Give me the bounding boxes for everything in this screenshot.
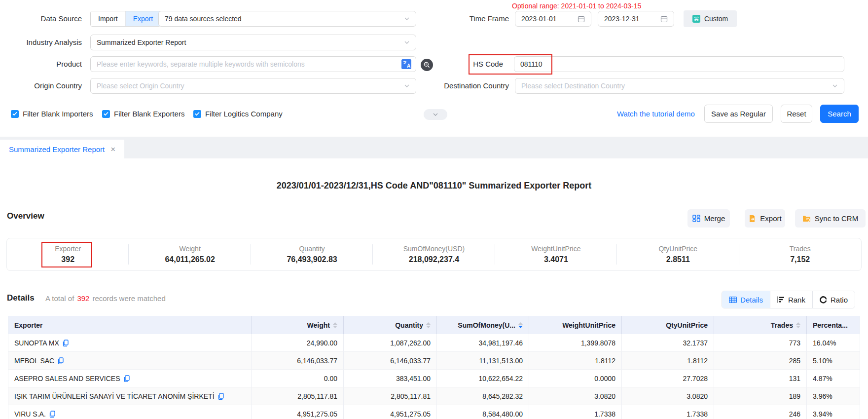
calendar-icon[interactable]	[578, 15, 585, 23]
merge-button[interactable]: Merge	[687, 209, 730, 228]
stat-label: Quantity	[299, 245, 325, 253]
weight-unit-price-cell: 1,399.8078	[529, 334, 622, 351]
sync-crm-icon	[802, 215, 811, 222]
trades-cell: 189	[714, 387, 807, 405]
chevron-down-icon	[832, 83, 838, 89]
export-button[interactable]: Export	[745, 209, 785, 228]
col-percentage[interactable]: Percenta...	[807, 316, 859, 334]
quantity-cell: 383,451.00	[344, 370, 437, 387]
weight-unit-price-cell: 3.0820	[529, 387, 622, 405]
exporter-cell: VIRU S.A.	[8, 405, 252, 419]
exporter-name: MEBOL SAC	[14, 357, 54, 365]
match-suffix: records were matched	[92, 294, 165, 303]
chevron-down-icon	[404, 39, 410, 45]
industry-analysis-select[interactable]: Summarized Exporter Report	[90, 35, 416, 50]
sort-control[interactable]	[426, 322, 431, 328]
import-toggle[interactable]: Import	[91, 11, 125, 26]
col-qty-unit-price[interactable]: QtyUnitPrice	[622, 316, 714, 334]
stat-weight: Weight 64,011,265.02	[129, 238, 251, 270]
quantity-cell: 4,951,275.05	[344, 405, 437, 419]
stat-value: 2.8511	[666, 255, 690, 264]
expand-filters-toggle[interactable]	[424, 109, 447, 120]
stat-exporter: Exporter 392	[7, 238, 129, 270]
tutorial-demo-link[interactable]: Watch the tutorial demo	[617, 110, 695, 118]
data-source-toggle: Import Export	[90, 11, 161, 27]
end-date-input[interactable]: 2023-12-31	[598, 11, 674, 27]
origin-country-select[interactable]: Please select Origin Country	[90, 78, 416, 94]
sum-of-money-cell: 8,645,282.32	[437, 387, 529, 405]
reset-button[interactable]: Reset	[781, 105, 812, 123]
column-label: Percenta...	[813, 321, 848, 329]
calendar-icon[interactable]	[660, 15, 668, 23]
match-count: 392	[74, 294, 92, 303]
export-label: Export	[760, 214, 781, 223]
tab-label: Summarized Exporter Report	[9, 145, 105, 153]
table-row: ASEPRO SALES AND SERVICES 0.00 383,451.0…	[8, 370, 860, 387]
column-label: WeightUnitPrice	[562, 321, 615, 329]
report-title: 2023/01/01-2023/12/31,HS Code AND"081110…	[0, 181, 868, 191]
filter-logistics-company-checkbox[interactable]: Filter Logitics Company	[193, 110, 283, 118]
product-keywords-input[interactable]	[90, 56, 416, 72]
percentage-cell: 3.94%	[807, 405, 859, 419]
destination-country-placeholder: Please select Destination Country	[521, 82, 828, 90]
hs-code-input[interactable]	[514, 56, 844, 72]
exporter-cell: MEBOL SAC	[8, 352, 252, 369]
stat-qty-unit-price: QtyUnitPrice 2.8511	[617, 238, 739, 270]
tab-bar: Summarized Exporter Report ×	[0, 137, 868, 158]
view-ratio-button[interactable]: Ratio	[812, 291, 855, 308]
exporter-name: SUNOPTA MX	[14, 339, 59, 347]
col-weight-unit-price[interactable]: WeightUnitPrice	[529, 316, 622, 334]
stat-value: 7,152	[790, 255, 810, 264]
weight-unit-price-cell: 0.0000	[529, 370, 622, 387]
merge-icon	[692, 215, 700, 223]
col-quantity[interactable]: Quantity	[344, 316, 437, 334]
view-rank-button[interactable]: Rank	[770, 291, 812, 308]
close-icon[interactable]: ×	[110, 145, 115, 153]
stat-value: 3.4071	[544, 255, 568, 264]
exporter-name: ASEPRO SALES AND SERVICES	[14, 375, 120, 382]
filter-blank-exporters-checkbox[interactable]: Filter Blank Exporters	[102, 110, 184, 118]
contact-icon[interactable]	[124, 375, 130, 382]
view-details-button[interactable]: Details	[722, 291, 770, 308]
sort-control[interactable]	[796, 322, 800, 328]
details-table: Exporter Weight Quantity SumOfMoney(U...…	[8, 316, 860, 419]
col-weight[interactable]: Weight	[252, 316, 344, 334]
checkbox-label: Filter Blank Exporters	[114, 110, 184, 118]
contact-icon[interactable]	[218, 393, 224, 400]
custom-range-button[interactable]: ⌘ Custom	[684, 10, 737, 27]
hs-code-label: HS Code	[424, 56, 503, 72]
filter-panel: Optional range: 2021-01-01 to 2024-03-15…	[0, 0, 868, 137]
view-ratio-label: Ratio	[831, 296, 848, 304]
sort-control[interactable]	[333, 322, 337, 328]
start-date-input[interactable]: 2023-01-01	[515, 11, 591, 27]
contact-icon[interactable]	[49, 411, 55, 418]
col-sum-of-money[interactable]: SumOfMoney(U...	[437, 316, 529, 334]
destination-country-select[interactable]: Please select Destination Country	[515, 78, 844, 94]
sync-to-crm-button[interactable]: Sync to CRM	[795, 209, 866, 228]
filter-blank-importers-checkbox[interactable]: Filter Blank Importers	[11, 110, 93, 118]
save-as-regular-button[interactable]: Save as Regular	[704, 105, 773, 123]
stat-value: 64,011,265.02	[165, 255, 215, 264]
search-button[interactable]: Search	[820, 105, 859, 123]
optional-range-note: Optional range: 2021-01-01 to 2024-03-15	[512, 2, 641, 10]
translate-icon[interactable]: A	[401, 59, 411, 69]
export-toggle[interactable]: Export	[125, 11, 160, 26]
column-label: Weight	[307, 321, 330, 329]
col-exporter[interactable]: Exporter	[8, 316, 252, 334]
checkbox-checked-icon	[102, 110, 110, 118]
sort-control-active-desc[interactable]	[518, 322, 523, 328]
data-sources-select[interactable]: 79 data sources selected	[158, 11, 416, 27]
trades-cell: 246	[714, 405, 807, 419]
trades-cell: 285	[714, 352, 807, 369]
table-row: VIRU S.A. 4,951,275.05 4,951,275.05 8,58…	[8, 405, 860, 419]
col-trades[interactable]: Trades	[714, 316, 807, 334]
weight-cell: 4,951,275.05	[252, 405, 344, 419]
column-label: Exporter	[14, 321, 43, 329]
tab-summarized-exporter-report[interactable]: Summarized Exporter Report ×	[0, 140, 124, 159]
checkbox-checked-icon	[11, 110, 19, 118]
stat-label: QtyUnitPrice	[659, 245, 698, 253]
percentage-cell: 4.87%	[807, 370, 859, 387]
contact-icon[interactable]	[58, 357, 64, 364]
details-table-icon	[729, 297, 737, 303]
contact-icon[interactable]	[63, 340, 69, 346]
